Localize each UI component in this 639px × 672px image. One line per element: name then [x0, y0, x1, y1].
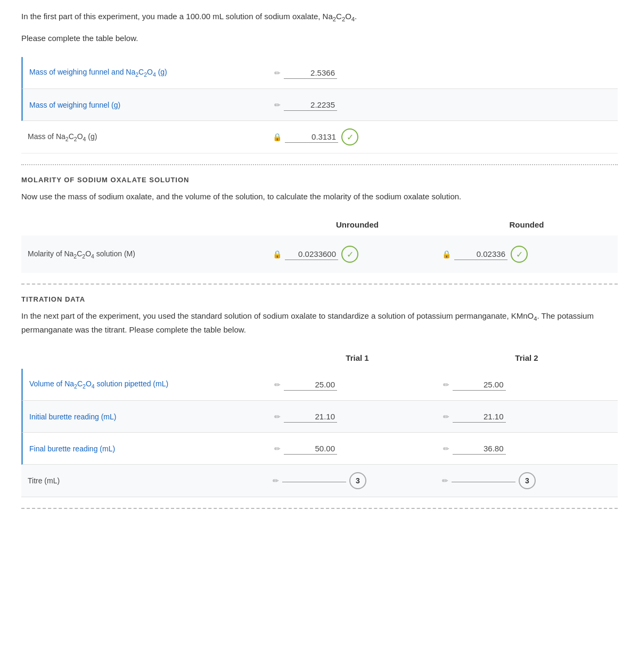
molarity-row-label: Molarity of Na2C2O4 solution (M) — [28, 249, 273, 260]
trial1-header: Trial 1 — [273, 353, 442, 362]
final-trial1-group: ✏ 50.00 — [274, 443, 443, 455]
initial-trial1-value: 21.10 — [284, 411, 337, 423]
intro-paragraph: In the first part of this experiment, yo… — [21, 11, 618, 24]
check-circle-unrounded: ✓ — [341, 246, 358, 263]
titration-desc: In the next part of the experiment, you … — [21, 310, 618, 336]
rounded-value: 0.02336 — [454, 248, 507, 260]
intro-text-start: In the first part of this experiment, yo… — [21, 12, 333, 21]
edit-icon[interactable]: ✏ — [274, 101, 281, 109]
titre-trial2-value — [452, 480, 515, 482]
mass-na-label: Mass of Na2C2O4 (g) — [28, 132, 273, 142]
intro-o: O — [345, 12, 351, 21]
edit-icon-init-t1[interactable]: ✏ — [274, 412, 281, 421]
titration-title: TITRATION DATA — [21, 295, 618, 303]
edit-icon-titre-t2[interactable]: ✏ — [442, 476, 448, 485]
final-trial1-value: 50.00 — [284, 443, 337, 455]
molarity-row: Molarity of Na2C2O4 solution (M) 🔒 0.023… — [21, 236, 618, 273]
molarity-title: MOLARITY OF SODIUM OXALATE SOLUTION — [21, 176, 618, 184]
edit-icon-titre-t1[interactable]: ✏ — [273, 476, 279, 485]
table-row-final: Final burette reading (mL) ✏ 50.00 ✏ 36.… — [21, 433, 618, 465]
table-row: Mass of weighing funnel and Na2C2O4 (g) … — [21, 57, 618, 89]
dashed-divider-1 — [21, 284, 618, 285]
unrounded-group: 🔒 0.0233600 ✓ — [273, 246, 442, 263]
edit-icon-init-t2[interactable]: ✏ — [443, 412, 449, 421]
edit-icon-vol-t1[interactable]: ✏ — [274, 380, 281, 389]
final-trial2-group: ✏ 36.80 — [443, 443, 612, 455]
lock-icon-unrounded: 🔒 — [273, 250, 282, 258]
dashed-divider-2 — [21, 508, 618, 509]
mass-funnel-na-value: 2.5366 — [284, 67, 337, 79]
check-circle-titre-t2: 3 — [519, 472, 536, 489]
titre-trial2-group: ✏ 3 — [442, 472, 611, 489]
unrounded-value: 0.0233600 — [285, 248, 338, 260]
titre-label: Titre (mL) — [28, 476, 273, 485]
titre-trial1-value — [282, 480, 346, 482]
table-row-titre: Titre (mL) ✏ 3 ✏ 3 — [21, 465, 618, 497]
table-row-initial: Initial burette reading (mL) ✏ 21.10 ✏ 2… — [21, 401, 618, 433]
trial2-header: Trial 2 — [442, 353, 611, 362]
lock-icon: 🔒 — [273, 133, 282, 141]
check-circle-titre-t1: 3 — [349, 472, 366, 489]
rounded-header: Rounded — [442, 220, 611, 229]
volume-trial2-value: 25.00 — [453, 379, 506, 391]
titration-section: TITRATION DATA In the next part of the e… — [21, 295, 618, 497]
table-row-volume: Volume of Na2C2O4 solution pipetted (mL)… — [21, 369, 618, 401]
unrounded-header: Unrounded — [273, 220, 442, 229]
mass-na-value: 0.3131 — [285, 131, 338, 143]
edit-icon[interactable]: ✏ — [274, 69, 281, 77]
mass-funnel-label: Mass of weighing funnel (g) — [29, 101, 274, 109]
final-trial2-value: 36.80 — [453, 443, 506, 455]
mass-funnel-na-label: Mass of weighing funnel and Na2C2O4 (g) — [29, 68, 274, 78]
mass-funnel-input-group: ✏ 2.2235 — [274, 99, 611, 111]
edit-icon-final-t1[interactable]: ✏ — [274, 444, 281, 453]
volume-label: Volume of Na2C2O4 solution pipetted (mL) — [29, 379, 274, 390]
molarity-header-row: Unrounded Rounded — [21, 216, 618, 233]
rounded-group: 🔒 0.02336 ✓ — [442, 246, 611, 263]
table-row: Mass of Na2C2O4 (g) 🔒 0.3131 ✓ — [21, 121, 618, 153]
mass-na-input-group: 🔒 0.3131 ✓ — [273, 128, 611, 145]
initial-label: Initial burette reading (mL) — [29, 412, 274, 421]
table-row: Mass of weighing funnel (g) ✏ 2.2235 — [21, 89, 618, 121]
mass-funnel-value: 2.2235 — [284, 99, 337, 111]
volume-trial2-group: ✏ 25.00 — [443, 379, 612, 391]
initial-trial2-value: 21.10 — [453, 411, 506, 423]
dotted-divider-1 — [21, 164, 618, 165]
initial-trial1-group: ✏ 21.10 — [274, 411, 443, 423]
intro-period: . — [355, 12, 357, 21]
mass-funnel-na-input-group: ✏ 2.5366 — [274, 67, 611, 79]
please-complete-text: Please complete the table below. — [21, 33, 618, 45]
titration-header-row: Trial 1 Trial 2 — [21, 349, 618, 367]
intro-c: C — [336, 12, 342, 21]
mass-table: Mass of weighing funnel and Na2C2O4 (g) … — [21, 57, 618, 153]
lock-icon-rounded: 🔒 — [442, 250, 451, 258]
volume-trial1-group: ✏ 25.00 — [274, 379, 443, 391]
initial-trial2-group: ✏ 21.10 — [443, 411, 612, 423]
molarity-desc: Now use the mass of sodium oxalate, and … — [21, 190, 618, 203]
volume-trial1-value: 25.00 — [284, 379, 337, 391]
edit-icon-vol-t2[interactable]: ✏ — [443, 380, 449, 389]
titre-trial1-group: ✏ 3 — [273, 472, 442, 489]
check-circle-rounded: ✓ — [511, 246, 528, 263]
edit-icon-final-t2[interactable]: ✏ — [443, 444, 449, 453]
final-label: Final burette reading (mL) — [29, 444, 274, 453]
molarity-section: MOLARITY OF SODIUM OXALATE SOLUTION Now … — [21, 176, 618, 273]
check-circle: ✓ — [341, 128, 358, 145]
